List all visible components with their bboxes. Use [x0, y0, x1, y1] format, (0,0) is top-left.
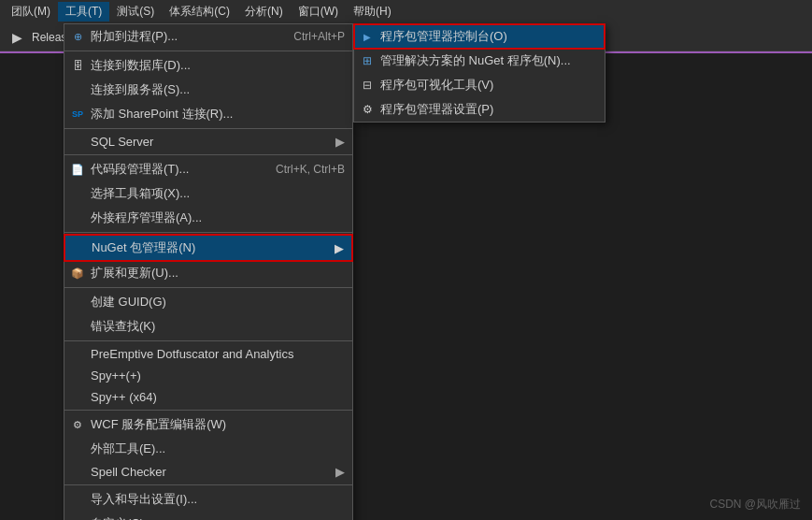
attach-process-icon: ⊕: [70, 29, 85, 44]
menu-item-connect-db[interactable]: 🗄 连接到数据库(D)...: [64, 53, 352, 78]
sep-5: [64, 287, 352, 288]
manage-nuget-icon: ⊞: [360, 53, 375, 68]
error-lookup-label: 错误查找(K): [91, 318, 155, 335]
console-label: 程序包管理器控制台(O): [380, 28, 507, 45]
menu-item-nuget[interactable]: NuGet 包管理器(N) ▶: [64, 235, 352, 261]
external-tools-label: 外部工具(E)...: [91, 441, 165, 457]
menu-item-sql-server[interactable]: SQL Server ▶: [64, 131, 352, 152]
menu-item-add-sharepoint[interactable]: SP 添加 SharePoint 连接(R)...: [64, 102, 352, 126]
code-snippets-shortcut: Ctrl+K, Ctrl+B: [248, 163, 345, 176]
import-export-label: 导入和导出设置(I)...: [91, 491, 197, 508]
extensions-label: 扩展和更新(U)...: [91, 265, 178, 282]
visualizer-icon: ⊟: [360, 78, 375, 93]
menu-item-code-snippets[interactable]: 📄 代码段管理器(T)... Ctrl+K, Ctrl+B: [64, 157, 352, 181]
extensions-icon: 📦: [70, 266, 85, 281]
menu-item-extensions[interactable]: 📦 扩展和更新(U)...: [64, 261, 352, 285]
connect-db-label: 连接到数据库(D)...: [91, 57, 191, 74]
wcf-label: WCF 服务配置编辑器(W): [91, 416, 226, 433]
menu-item-toolbox[interactable]: 选择工具箱项(X)...: [64, 181, 352, 206]
menu-item-attach-process[interactable]: ⊕ 附加到进程(P)... Ctrl+Alt+P: [64, 24, 352, 49]
sep-3: [64, 154, 352, 155]
manage-nuget-label: 管理解决方案的 NuGet 程序包(N)...: [380, 52, 571, 69]
wcf-icon: ⚙: [70, 417, 85, 432]
code-snippets-icon: 📄: [70, 162, 85, 177]
menu-item-customize[interactable]: 自定义(C)...: [64, 512, 352, 520]
submenu-item-settings[interactable]: ⚙ 程序包管理器设置(P): [354, 97, 605, 122]
nuget-arrow: ▶: [335, 241, 344, 255]
sql-server-label: SQL Server: [91, 135, 153, 149]
spypp64-label: Spy++ (x64): [91, 390, 157, 404]
sep-4: [64, 232, 352, 233]
attach-process-shortcut: Ctrl+Alt+P: [265, 30, 345, 43]
tools-dropdown-menu: ⊕ 附加到进程(P)... Ctrl+Alt+P 🗄 连接到数据库(D)... …: [64, 23, 353, 520]
submenu-item-visualizer[interactable]: ⊟ 程序包可视化工具(V): [354, 73, 605, 97]
console-icon: ▶: [360, 29, 375, 44]
external-tools-manager-label: 外接程序管理器(A)...: [91, 209, 202, 226]
create-guid-label: 创建 GUID(G): [91, 294, 166, 311]
toolbox-label: 选择工具箱项(X)...: [91, 185, 190, 202]
attach-process-label: 附加到进程(P)...: [91, 28, 178, 45]
menu-item-spypp[interactable]: Spy++(+): [64, 365, 352, 386]
menu-item-external-tools[interactable]: 外部工具(E)...: [64, 437, 352, 461]
add-sharepoint-label: 添加 SharePoint 连接(R)...: [91, 106, 233, 123]
menu-item-import-export[interactable]: 导入和导出设置(I)...: [64, 487, 352, 512]
menu-item-preemptive[interactable]: PreEmptive Dotfuscator and Analytics: [64, 343, 352, 365]
sep-6: [64, 340, 352, 341]
sep-2: [64, 128, 352, 129]
menu-item-connect-server[interactable]: 连接到服务器(S)...: [64, 78, 352, 102]
code-snippets-label: 代码段管理器(T)...: [91, 161, 189, 178]
menu-item-wcf[interactable]: ⚙ WCF 服务配置编辑器(W): [64, 412, 352, 437]
pkg-settings-icon: ⚙: [360, 102, 375, 117]
sep-7: [64, 410, 352, 411]
menu-item-error-lookup[interactable]: 错误查找(K): [64, 314, 352, 339]
nuget-submenu: ▶ 程序包管理器控制台(O) ⊞ 管理解决方案的 NuGet 程序包(N)...…: [353, 23, 605, 123]
menu-item-external-tools-manager[interactable]: 外接程序管理器(A)...: [64, 206, 352, 230]
connect-server-label: 连接到服务器(S)...: [91, 81, 190, 98]
spell-checker-arrow: ▶: [335, 465, 345, 479]
submenu-item-manage-nuget[interactable]: ⊞ 管理解决方案的 NuGet 程序包(N)...: [354, 49, 605, 73]
pkg-settings-label: 程序包管理器设置(P): [380, 101, 493, 118]
menu-item-spell-checker[interactable]: Spell Checker ▶: [64, 461, 352, 483]
spell-checker-label: Spell Checker: [91, 465, 166, 479]
submenu-item-console[interactable]: ▶ 程序包管理器控制台(O): [354, 24, 605, 49]
visualizer-label: 程序包可视化工具(V): [380, 77, 493, 94]
menu-item-spypp64[interactable]: Spy++ (x64): [64, 386, 352, 408]
sql-server-arrow: ▶: [335, 135, 345, 149]
customize-label: 自定义(C)...: [91, 515, 154, 520]
sharepoint-icon: SP: [70, 107, 85, 122]
sep-8: [64, 484, 352, 485]
menu-overlay: ⊕ 附加到进程(P)... Ctrl+Alt+P 🗄 连接到数据库(D)... …: [0, 0, 812, 520]
spypp-label: Spy++(+): [91, 368, 141, 383]
menu-item-create-guid[interactable]: 创建 GUID(G): [64, 290, 352, 314]
sep-1: [64, 51, 352, 51]
preemptive-label: PreEmptive Dotfuscator and Analytics: [91, 347, 294, 361]
connect-db-icon: 🗄: [70, 58, 85, 73]
nuget-label: NuGet 包管理器(N): [92, 239, 195, 256]
